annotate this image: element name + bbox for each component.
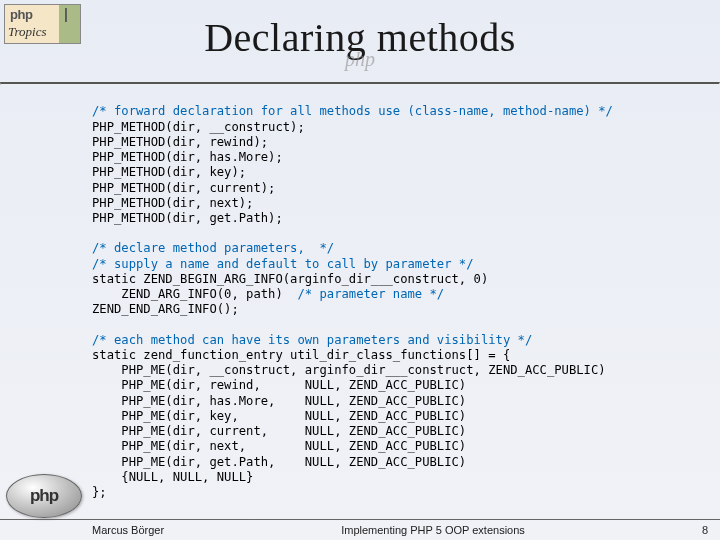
header: php | Tropics Declaring methods php xyxy=(0,0,720,82)
code-text: static zend_function_entry util_dir_clas… xyxy=(92,348,606,499)
footer-page: 8 xyxy=(702,524,708,536)
code-comment: /* supply a name and default to call by … xyxy=(92,257,474,271)
code-comment: /* declare method parameters, */ xyxy=(92,241,334,255)
code-block: /* forward declaration for all methods u… xyxy=(0,85,720,500)
code-text: PHP_METHOD(dir, __construct); PHP_METHOD… xyxy=(92,120,305,226)
logo-bar: | xyxy=(64,6,68,22)
footer: Marcus Börger Implementing PHP 5 OOP ext… xyxy=(0,519,720,540)
watermark: php xyxy=(345,48,375,71)
footer-author: Marcus Börger xyxy=(92,524,164,536)
code-text: static ZEND_BEGIN_ARG_INFO(arginfo_dir__… xyxy=(92,272,488,286)
code-text: ZEND_END_ARG_INFO(); xyxy=(92,302,239,316)
logo-tropics: php | Tropics xyxy=(4,4,81,44)
code-comment: /* forward declaration for all methods u… xyxy=(92,104,613,118)
footer-center: Implementing PHP 5 OOP extensions xyxy=(164,524,702,536)
php-logo-icon: php xyxy=(6,474,82,518)
php-logo-text: php xyxy=(30,486,58,506)
logo-tropics-text: Tropics xyxy=(8,24,47,40)
code-comment: /* each method can have its own paramete… xyxy=(92,333,532,347)
code-comment: /* parameter name */ xyxy=(297,287,444,301)
code-text: ZEND_ARG_INFO(0, path) xyxy=(92,287,297,301)
logo-php-text: php xyxy=(10,7,32,22)
